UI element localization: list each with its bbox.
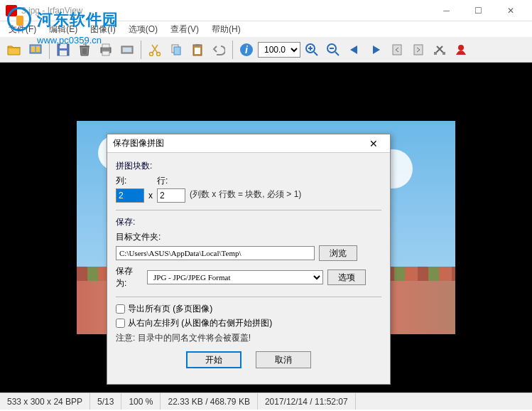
svg-rect-23	[414, 45, 423, 55]
save-panorama-dialog: 保存图像拼图 ✕ 拼图块数: 列: x 行: (列数 x 行数 = 块数, 必须…	[107, 134, 391, 385]
rows-label: 行:	[157, 175, 185, 187]
cut-button[interactable]	[145, 40, 165, 60]
window-title: 3.jpg - IrfanView	[21, 6, 430, 16]
status-dimensions: 533 x 300 x 24 BPP	[0, 393, 90, 410]
right-to-left-label: 从右向左排列 (从图像的右侧开始拼图)	[128, 317, 272, 329]
info-button[interactable]: i	[237, 40, 256, 60]
menu-options[interactable]: 选项(O)	[124, 22, 162, 37]
save-button[interactable]	[53, 40, 73, 60]
svg-rect-4	[60, 44, 67, 48]
scan-button[interactable]	[117, 40, 137, 60]
about-button[interactable]	[451, 40, 471, 60]
format-select[interactable]: JPG - JPG/JPEG Format	[147, 270, 323, 284]
svg-rect-17	[195, 48, 200, 54]
menu-view[interactable]: 查看(V)	[166, 22, 203, 37]
svg-rect-16	[195, 44, 200, 46]
status-zoom: 100 %	[121, 393, 161, 410]
menu-help[interactable]: 帮助(H)	[207, 22, 245, 37]
close-button[interactable]: ✕	[494, 1, 526, 21]
svg-rect-5	[60, 50, 67, 55]
dialog-titlebar: 保存图像拼图 ✕	[107, 134, 390, 153]
right-to-left-checkbox[interactable]	[116, 319, 125, 328]
toolbar: i 100.0	[0, 37, 532, 63]
export-all-checkbox[interactable]	[116, 304, 125, 314]
zoom-out-button[interactable]	[323, 40, 343, 60]
zoom-select[interactable]: 100.0	[258, 42, 300, 58]
settings-button[interactable]	[430, 40, 450, 60]
paste-button[interactable]	[188, 40, 207, 60]
svg-rect-2	[36, 46, 40, 52]
status-datetime: 2017/12/14 / 11:52:07	[258, 393, 356, 410]
window-titlebar: 3.jpg - IrfanView ─ ☐ ✕	[0, 0, 532, 21]
svg-point-11	[150, 52, 153, 55]
cols-label: 列:	[116, 175, 144, 187]
zoom-in-button[interactable]	[302, 40, 322, 60]
delete-button[interactable]	[75, 40, 94, 60]
svg-point-12	[157, 52, 161, 55]
status-size: 22.33 KB / 468.79 KB	[161, 393, 257, 410]
start-button[interactable]: 开始	[186, 351, 241, 368]
overwrite-warning: 注意: 目录中的同名文件将会被覆盖!	[116, 332, 381, 344]
cols-input[interactable]	[116, 188, 144, 203]
rows-input[interactable]	[157, 188, 185, 203]
menubar: 文件(F) 编辑(E) 图像(I) 选项(O) 查看(V) 帮助(H)	[0, 21, 532, 37]
print-button[interactable]	[96, 40, 116, 60]
prev-page-button[interactable]	[387, 40, 407, 60]
next-button[interactable]	[366, 40, 386, 60]
canvas-area: 保存图像拼图 ✕ 拼图块数: 列: x 行: (列数 x 行数 = 块数, 必须…	[0, 63, 532, 393]
maximize-button[interactable]: ☐	[462, 1, 494, 21]
copy-button[interactable]	[166, 40, 186, 60]
save-as-label: 保存为:	[116, 265, 143, 289]
tiles-hint: (列数 x 行数 = 块数, 必须 > 1)	[190, 188, 301, 203]
target-folder-input[interactable]	[116, 246, 315, 260]
undo-button[interactable]	[209, 40, 229, 60]
slideshow-button[interactable]	[26, 40, 45, 60]
export-all-label: 导出所有页 (多页图像)	[128, 303, 212, 315]
tiles-section-label: 拼图块数:	[116, 160, 381, 172]
target-folder-label: 目标文件夹:	[116, 231, 381, 243]
menu-image[interactable]: 图像(I)	[86, 22, 119, 37]
browse-button[interactable]: 浏览	[319, 245, 357, 261]
prev-button[interactable]	[344, 40, 364, 60]
svg-rect-10	[123, 48, 131, 52]
menu-file[interactable]: 文件(F)	[4, 22, 40, 37]
options-button[interactable]: 选项	[327, 269, 366, 285]
statusbar: 533 x 300 x 24 BPP 5/13 100 % 22.33 KB /…	[0, 393, 532, 410]
status-index: 5/13	[90, 393, 121, 410]
menu-edit[interactable]: 编辑(E)	[45, 22, 82, 37]
dialog-title: 保存图像拼图	[113, 137, 363, 149]
svg-rect-14	[174, 47, 180, 55]
minimize-button[interactable]: ─	[430, 1, 462, 21]
app-icon	[6, 5, 17, 16]
svg-rect-25	[443, 52, 445, 55]
svg-rect-22	[393, 45, 401, 55]
save-section-label: 保存:	[116, 216, 381, 228]
svg-rect-7	[102, 44, 109, 48]
svg-rect-1	[31, 46, 35, 52]
svg-rect-8	[102, 51, 109, 55]
cancel-button[interactable]: 取消	[256, 351, 311, 368]
next-page-button[interactable]	[408, 40, 428, 60]
svg-point-26	[458, 45, 464, 50]
dialog-close-button[interactable]: ✕	[363, 136, 384, 151]
svg-rect-24	[434, 52, 437, 55]
open-button[interactable]	[4, 40, 24, 60]
